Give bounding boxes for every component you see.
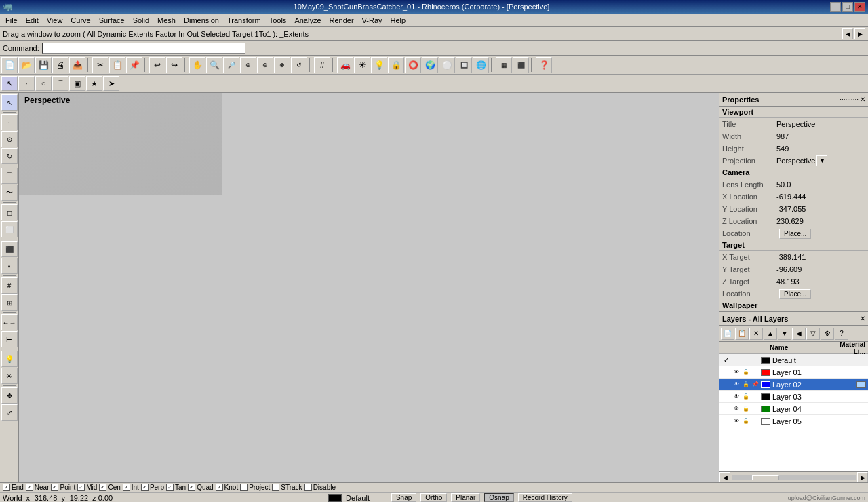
menu-help[interactable]: Help <box>387 15 410 26</box>
menu-curve[interactable]: Curve <box>66 15 94 26</box>
tb-zoom6[interactable]: ↺ <box>291 57 307 73</box>
layer-row-02[interactable]: 👁 🔒 📌 Layer 02 <box>719 379 868 391</box>
lt-curve2[interactable]: 〜 <box>1 185 18 201</box>
tb2-circle[interactable]: ○ <box>35 76 52 91</box>
projection-dropdown-btn[interactable]: ▼ <box>816 155 827 166</box>
tb-save[interactable]: 💾 <box>35 57 52 73</box>
tb-export[interactable]: 📤 <box>69 57 85 73</box>
tb-zoom[interactable]: 🔍 <box>206 57 222 73</box>
lt-surface2[interactable]: ⬜ <box>1 221 18 237</box>
tb-paste[interactable]: 📌 <box>126 57 142 73</box>
layers-add-btn[interactable]: 📄 <box>721 328 734 340</box>
tb2-point[interactable]: · <box>18 76 35 91</box>
layers-filter-btn[interactable]: ▽ <box>806 328 820 340</box>
snap-knot-checkbox[interactable]: ✓ <box>216 484 223 491</box>
snap-knot[interactable]: ✓ Knot <box>216 484 239 491</box>
tb-cut[interactable]: ✂ <box>92 57 108 73</box>
tb-copy[interactable]: 📋 <box>109 57 125 73</box>
command-nav[interactable]: ◀ ▶ <box>842 28 865 39</box>
snap-int-checkbox[interactable]: ✓ <box>123 484 130 491</box>
tb-sphere[interactable]: ⚪ <box>439 57 455 73</box>
menu-analyze[interactable]: Analyze <box>290 15 325 26</box>
osnap-mode-btn[interactable]: Osnap <box>484 493 513 502</box>
lt-rotate[interactable]: ↻ <box>1 148 18 164</box>
lt-mesh2[interactable]: ⊞ <box>1 294 18 311</box>
command-input[interactable] <box>42 43 245 54</box>
menu-mesh[interactable]: Mesh <box>153 15 180 26</box>
menu-file[interactable]: File <box>1 15 22 26</box>
lt-scale[interactable]: ⤢ <box>1 404 18 421</box>
menu-edit[interactable]: Edit <box>22 15 43 26</box>
nav-fwd[interactable]: ▶ <box>854 28 865 39</box>
lt-curve1[interactable]: ⌒ <box>1 168 18 184</box>
scroll-thumb[interactable] <box>752 475 779 480</box>
menu-solid[interactable]: Solid <box>129 15 153 26</box>
snap-int[interactable]: ✓ Int <box>123 484 139 491</box>
layer-row-05[interactable]: 👁 🔓 Layer 05 <box>719 415 868 427</box>
snap-strack[interactable]: STrack <box>272 484 302 491</box>
layers-left-btn[interactable]: ◀ <box>792 328 806 340</box>
lt-light1[interactable]: 💡 <box>1 351 18 367</box>
tb-circle[interactable]: ⭕ <box>405 57 421 73</box>
tb-open[interactable]: 📂 <box>18 57 35 73</box>
tb-globe[interactable]: 🌐 <box>473 57 489 73</box>
scroll-left-arrow[interactable]: ◀ <box>719 472 730 483</box>
tb-grid[interactable]: # <box>314 57 330 73</box>
menu-dimension[interactable]: Dimension <box>180 15 223 26</box>
snap-end[interactable]: ✓ End <box>3 484 24 491</box>
tb-sun[interactable]: ☀ <box>354 57 370 73</box>
snap-point-checkbox[interactable]: ✓ <box>51 484 58 491</box>
minimize-button[interactable]: ─ <box>830 2 841 12</box>
tb2-star[interactable]: ★ <box>86 76 102 91</box>
lt-light2[interactable]: ☀ <box>1 368 18 384</box>
snap-perp-checkbox[interactable]: ✓ <box>141 484 149 491</box>
layers-add-child-btn[interactable]: 📋 <box>735 328 749 340</box>
tb2-select[interactable]: ↖ <box>1 76 18 91</box>
lt-mesh1[interactable]: # <box>1 277 18 294</box>
tb2-arrow[interactable]: ➤ <box>103 76 119 91</box>
snap-project-checkbox[interactable] <box>240 484 248 491</box>
tb-render2[interactable]: ⬛ <box>513 57 529 73</box>
lt-solid1[interactable]: ⬛ <box>1 241 18 257</box>
layer-row-default[interactable]: ✓ Default <box>719 354 868 366</box>
tb2-polyline[interactable]: ⌒ <box>52 76 68 91</box>
planar-mode-btn[interactable]: Planar <box>451 493 480 502</box>
tb-render1[interactable]: ▦ <box>496 57 512 73</box>
tb-zoom4[interactable]: ⊖ <box>257 57 273 73</box>
close-button[interactable]: ✕ <box>854 2 865 12</box>
menu-surface[interactable]: Surface <box>95 15 129 26</box>
record-history-btn[interactable]: Record History <box>518 493 572 502</box>
tb-zoom5[interactable]: ⊗ <box>274 57 290 73</box>
lt-dim1[interactable]: ←→ <box>1 314 18 330</box>
tb-lock[interactable]: 🔒 <box>388 57 404 73</box>
properties-close-icon[interactable]: ✕ <box>860 96 865 103</box>
lt-dim2[interactable]: ⊢ <box>1 331 18 347</box>
layers-help-btn[interactable]: ? <box>835 328 848 340</box>
layers-up-btn[interactable]: ▲ <box>764 328 777 340</box>
scroll-track[interactable] <box>732 475 856 480</box>
layers-scrollbar[interactable]: ◀ ▶ <box>719 471 868 482</box>
tb-light[interactable]: 💡 <box>371 57 387 73</box>
target-place-button[interactable]: Place... <box>779 289 811 299</box>
tb2-fill[interactable]: ▣ <box>69 76 85 91</box>
lt-point[interactable]: · <box>1 114 18 130</box>
menu-vray[interactable]: V-Ray <box>358 15 387 26</box>
snap-mode-btn[interactable]: Snap <box>391 493 416 502</box>
snap-cen-checkbox[interactable]: ✓ <box>99 484 106 491</box>
tb-print[interactable]: 🖨 <box>52 57 68 73</box>
layers-delete-btn[interactable]: ✕ <box>749 328 763 340</box>
tb-zoom3[interactable]: ⊕ <box>240 57 256 73</box>
snap-quad-checkbox[interactable]: ✓ <box>188 484 195 491</box>
command-input-bar[interactable]: Command: <box>0 41 868 56</box>
ortho-mode-btn[interactable]: Ortho <box>420 493 447 502</box>
layers-close-icon[interactable]: ✕ <box>860 315 865 322</box>
layers-settings-btn[interactable]: ⚙ <box>821 328 834 340</box>
menu-render[interactable]: Render <box>326 15 358 26</box>
tb-pan[interactable]: ✋ <box>189 57 205 73</box>
menu-tools[interactable]: Tools <box>265 15 291 26</box>
layers-down-btn[interactable]: ▼ <box>778 328 791 340</box>
snap-near[interactable]: ✓ Near <box>26 484 50 491</box>
menu-view[interactable]: View <box>43 15 67 26</box>
snap-project[interactable]: Project <box>240 484 270 491</box>
snap-quad[interactable]: ✓ Quad <box>188 484 213 491</box>
